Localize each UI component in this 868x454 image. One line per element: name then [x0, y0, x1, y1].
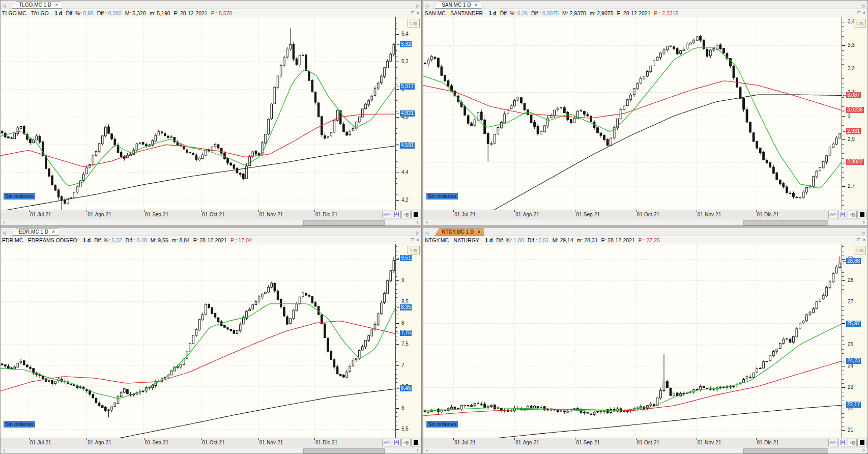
tab-tlgo[interactable]: TLGO.MC 1 D × [12, 1, 62, 9]
pin-icon[interactable] [848, 439, 857, 446]
log-scale-button[interactable]: Log [854, 246, 866, 254]
horizontal-scrollbar[interactable]: ‹ › [1, 447, 421, 453]
candlestick-chart[interactable]: Sin órdenes [423, 244, 842, 438]
save-icon[interactable] [838, 439, 847, 446]
price-tag[interactable]: ←3,087 [846, 92, 861, 98]
tab-scroll-left-icon[interactable]: ◁ [1, 231, 8, 236]
log-scale-button[interactable]: Log [408, 246, 420, 254]
scrollbar-thumb[interactable] [743, 448, 829, 453]
tab-san[interactable]: SAN.MC 1 D × [435, 1, 481, 9]
price-tag[interactable]: ←4,821 [400, 110, 415, 117]
date-axis[interactable]: 01-Jul-2101-Ago-2101-Sep-2101-Oct-2101-N… [1, 438, 382, 447]
price-tag[interactable]: ←3,0236 [846, 107, 864, 113]
horizontal-scrollbar[interactable]: ‹ › [423, 219, 867, 225]
scroll-left-icon[interactable]: ‹ [423, 220, 430, 225]
y-axis-minor-tick [396, 310, 397, 311]
price-tag[interactable]: ←2,8022 [846, 159, 864, 165]
price-tag[interactable]: ←9,51 [400, 255, 412, 261]
close-button[interactable]: × [863, 11, 865, 15]
tab-scroll-left-icon[interactable]: ◁ [1, 4, 8, 9]
zigzag-icon[interactable] [828, 439, 837, 446]
horizontal-scrollbar[interactable]: ‹ › [1, 219, 421, 225]
pin-icon[interactable] [401, 211, 411, 218]
price-tag[interactable]: ←22,17 [846, 402, 861, 408]
close-button[interactable]: × [417, 11, 419, 15]
close-button[interactable]: × [863, 238, 865, 242]
save-icon[interactable] [838, 211, 847, 218]
maximize-button[interactable]: □ [411, 11, 414, 15]
y-axis-minor-tick [842, 55, 844, 55]
scroll-left-icon[interactable]: ‹ [1, 448, 8, 453]
price-axis[interactable]: Log 9,598,587,576,565,5←9,51←8,35←7,75←6… [395, 244, 421, 438]
no-orders-badge[interactable]: Sin órdenes [4, 193, 35, 200]
zigzag-icon[interactable] [382, 211, 391, 218]
scrollbar-thumb[interactable] [303, 220, 384, 225]
tab-scroll-right-icon[interactable]: ▷ [414, 4, 421, 9]
save-icon[interactable] [392, 439, 401, 446]
zigzag-icon[interactable] [828, 211, 837, 218]
price-tag[interactable]: ←5,017 [400, 83, 415, 90]
y-axis-minor-tick [396, 56, 397, 56]
horizontal-scrollbar[interactable]: ‹ › [423, 447, 867, 453]
black-square-icon[interactable] [411, 439, 420, 446]
price-axis[interactable]: Log 292827262524232221←28,88←25,97←24,23… [842, 244, 867, 438]
date-axis[interactable]: 01-Jul-2101-Ago-2101-Sep-2101-Oct-2101-N… [423, 210, 828, 219]
log-scale-button[interactable]: Log [408, 19, 420, 27]
price-tag[interactable]: ←7,75 [400, 330, 412, 336]
scrollbar-thumb[interactable] [303, 448, 384, 453]
tab-scroll-right-icon[interactable]: ▷ [860, 4, 867, 9]
tab-close-icon[interactable]: × [55, 2, 58, 8]
close-button[interactable]: × [417, 238, 419, 242]
scrollbar-thumb[interactable] [743, 220, 829, 225]
tab-close-icon[interactable]: × [474, 2, 477, 8]
price-axis[interactable]: Log 5,45,254,84,64,44,2←5,32←5,017←4,821… [395, 17, 421, 210]
no-orders-badge[interactable]: Sin órdenes [4, 421, 35, 428]
tab-close-icon[interactable]: × [478, 229, 481, 235]
black-square-icon[interactable] [857, 439, 866, 446]
price-tag[interactable]: ←8,35 [400, 304, 412, 310]
minimize-button[interactable]: _ [406, 238, 409, 242]
tab-scroll-right-icon[interactable]: ▷ [860, 231, 867, 236]
price-tag[interactable]: ←5,32 [400, 41, 412, 47]
maximize-button[interactable]: □ [857, 11, 860, 15]
maximize-button[interactable]: □ [857, 238, 860, 242]
price-tag[interactable]: ←28,88 [846, 258, 861, 264]
zigzag-icon[interactable] [382, 439, 391, 446]
no-orders-badge[interactable]: Sin órdenes [426, 421, 458, 428]
date-axis[interactable]: 01-Jul-2101-Ago-2101-Sep-2101-Oct-2101-N… [423, 438, 828, 447]
tab-scroll-left-icon[interactable]: ◁ [423, 231, 430, 236]
tab-close-icon[interactable]: × [52, 229, 55, 235]
no-orders-badge[interactable]: Sin órdenes [426, 193, 458, 200]
price-tag[interactable]: ←6,45 [400, 385, 412, 391]
pin-icon[interactable] [401, 439, 411, 446]
scroll-right-icon[interactable]: › [414, 220, 421, 225]
scroll-left-icon[interactable]: ‹ [1, 220, 8, 225]
tab-scroll-right-icon[interactable]: ▷ [414, 231, 421, 236]
minimize-button[interactable]: _ [852, 238, 855, 242]
price-tag[interactable]: ←2,931 [846, 128, 861, 134]
candlestick-chart[interactable]: Sin órdenes [1, 244, 395, 438]
scroll-left-icon[interactable]: ‹ [423, 448, 430, 453]
tab-ntgy[interactable]: NTGY.MC 1 D × [435, 228, 484, 236]
candlestick-chart[interactable]: Sin órdenes [423, 17, 842, 210]
price-tag[interactable]: ←25,97 [846, 321, 861, 327]
price-tag[interactable]: ←4,591 [400, 143, 415, 149]
black-square-icon[interactable] [857, 211, 866, 218]
date-axis[interactable]: 01-Jul-2101-Ago-2101-Sep-2101-Oct-2101-N… [1, 210, 382, 219]
black-square-icon[interactable] [411, 211, 420, 218]
candlestick-chart[interactable]: Sin órdenes [1, 17, 395, 210]
tab-scroll-left-icon[interactable]: ◁ [423, 4, 430, 9]
save-icon[interactable] [392, 211, 401, 218]
price-tag[interactable]: ←24,23 [846, 358, 861, 364]
scroll-right-icon[interactable]: › [860, 220, 867, 225]
maximize-button[interactable]: □ [411, 238, 414, 242]
minimize-button[interactable]: _ [406, 11, 409, 15]
pin-icon[interactable] [848, 211, 857, 218]
price-axis[interactable]: Log 3,43,33,23,132,92,82,7←3,087←3,0236←… [842, 17, 867, 210]
scroll-right-icon[interactable]: › [414, 448, 421, 453]
tab-edr[interactable]: EDR.MC 1 D × [12, 228, 59, 236]
y-axis-minor-tick [842, 149, 844, 149]
log-scale-button[interactable]: Log [854, 19, 866, 27]
scroll-right-icon[interactable]: › [860, 448, 867, 453]
minimize-button[interactable]: _ [852, 11, 855, 15]
